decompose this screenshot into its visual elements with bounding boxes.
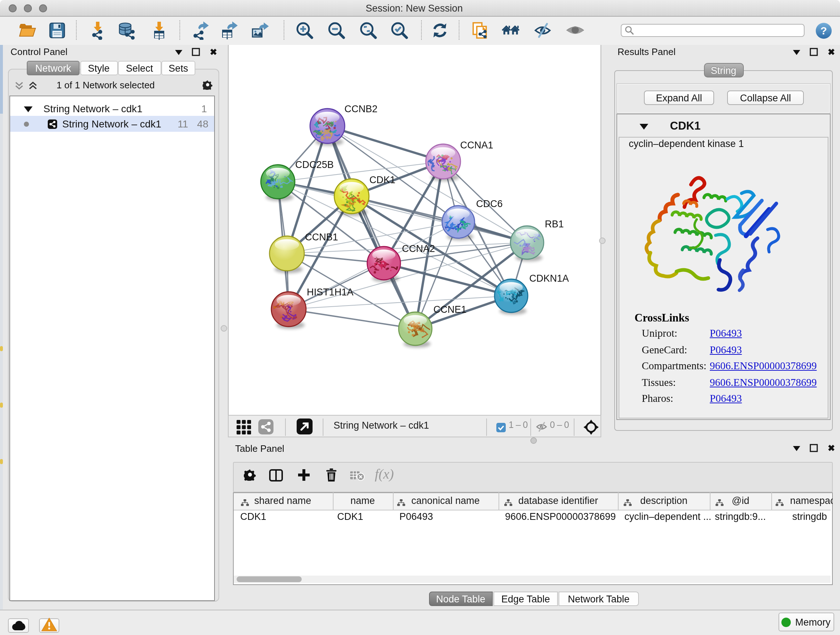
svg-text:CDC6: CDC6 [476,198,503,209]
svg-text:CCNE1: CCNE1 [433,304,467,315]
svg-text:CDC25B: CDC25B [295,159,334,170]
svg-text:HIST1H1A: HIST1H1A [307,287,354,298]
svg-text:CCNB2: CCNB2 [344,103,378,114]
svg-text:RB1: RB1 [545,219,564,230]
svg-text:CDK1: CDK1 [369,174,395,185]
svg-text:CCNA2: CCNA2 [402,243,435,254]
svg-text:CCNA1: CCNA1 [460,140,493,150]
svg-text:?: ? [821,25,827,36]
svg-text:CDKN1A: CDKN1A [529,273,569,284]
svg-text:CCNB1: CCNB1 [305,232,338,242]
